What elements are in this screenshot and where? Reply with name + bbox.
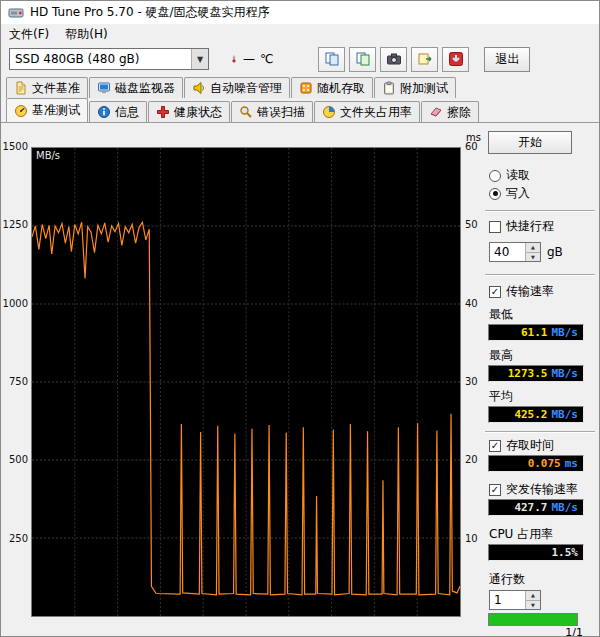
radio-icon: [489, 170, 501, 182]
separator: [485, 210, 595, 212]
burst-rate-value-box: 427.7 MB/s: [488, 499, 584, 516]
tab-error-scan[interactable]: 错误扫描: [231, 101, 313, 122]
access-time-unit: ms: [565, 457, 578, 470]
spin-up-icon[interactable]: ▲: [526, 243, 540, 252]
checkbox-icon: [489, 221, 501, 233]
checkbox-icon: [489, 484, 501, 496]
update-icon: [448, 51, 464, 67]
tab-label: 信息: [115, 104, 139, 121]
app-window: HD Tune Pro 5.70 - 硬盘/固态硬盘实用程序 文件(F)帮助(H…: [0, 0, 600, 637]
dice-icon: [299, 81, 313, 95]
access-time-checkbox[interactable]: 存取时间: [489, 438, 599, 453]
benchmark-line-chart: [32, 148, 460, 616]
tab-benchmark[interactable]: 基准测试: [6, 98, 88, 122]
tab-erase[interactable]: 擦除: [421, 101, 479, 122]
menu-file[interactable]: 文件(F): [1, 24, 57, 45]
thermometer-icon: [222, 51, 238, 67]
read-radio[interactable]: 读取: [489, 168, 599, 183]
avg-value-box: 425.2 MB/s: [488, 406, 584, 423]
menu-help[interactable]: 帮助(H): [57, 24, 115, 45]
avg-unit: MB/s: [552, 408, 579, 421]
drive-select[interactable]: SSD 480GB (480 gB) ▼: [9, 48, 209, 70]
tab-label: 擦除: [447, 104, 471, 121]
tab-health[interactable]: 健康状态: [148, 101, 230, 122]
tab-label: 自动噪音管理: [210, 80, 282, 97]
spinner-arrows: ▲ ▼: [525, 591, 540, 609]
progress-text: 1/1: [565, 626, 583, 637]
capture-screenshot-button[interactable]: [380, 47, 407, 72]
titlebar: HD Tune Pro 5.70 - 硬盘/固态硬盘实用程序: [1, 1, 599, 24]
access-time-value: 0.075: [528, 457, 561, 470]
read-radio-label: 读取: [506, 167, 530, 184]
spinner-arrows: ▲ ▼: [525, 243, 540, 261]
tab-random-access[interactable]: 随机存取: [291, 77, 373, 98]
save-screenshot-button[interactable]: [349, 47, 376, 72]
shortstroke-size-input[interactable]: 40 ▲ ▼: [489, 242, 541, 262]
min-unit: MB/s: [552, 326, 579, 339]
exit-button[interactable]: 退出: [484, 47, 530, 72]
burst-rate-unit: MB/s: [552, 501, 579, 514]
shortstroke-size-row: 40 ▲ ▼ gB: [489, 242, 599, 262]
tab-label: 文件夹占用率: [340, 104, 412, 121]
separator: [485, 274, 595, 276]
y-axis-tick-left: 1250: [1, 219, 28, 230]
temperature-unit: ℃: [260, 52, 273, 66]
pass-count-row: 1 ▲ ▼: [489, 590, 599, 610]
toolbar-buttons: [318, 47, 469, 72]
tab-file-benchmark[interactable]: 文件基准: [6, 77, 88, 98]
y-axis-tick-left: 1500: [1, 141, 28, 152]
pass-count-value: 1: [490, 591, 525, 609]
gauge-icon: [14, 104, 28, 118]
burst-rate-value: 427.7: [514, 501, 547, 514]
spin-up-icon[interactable]: ▲: [526, 591, 540, 600]
access-time-value-box: 0.075 ms: [488, 455, 584, 472]
write-radio[interactable]: 写入: [489, 186, 599, 201]
shortstroke-label: 快捷行程: [506, 218, 554, 235]
max-unit: MB/s: [552, 367, 579, 380]
cpu-usage-value-box: 1.5%: [488, 544, 584, 561]
start-button[interactable]: 开始: [488, 131, 572, 154]
control-panel: 开始 读取 写入 快捷行程 40 ▲ ▼: [483, 123, 599, 637]
copy-screenshot-button[interactable]: [318, 47, 345, 72]
tab-info[interactable]: 信息: [89, 101, 147, 122]
shortstroke-size-value: 40: [490, 243, 525, 261]
spin-down-icon[interactable]: ▼: [526, 600, 540, 610]
separator: [485, 431, 595, 433]
y-axis-unit-left: MB/s: [36, 150, 60, 161]
spin-down-icon[interactable]: ▼: [526, 252, 540, 262]
y-axis-tick-left: 500: [1, 454, 28, 465]
tab-row-upper: 文件基准磁盘监视器自动噪音管理随机存取附加测试: [1, 74, 599, 98]
page-icon: [14, 81, 28, 95]
export-results-button[interactable]: [411, 47, 438, 72]
tab-label: 基准测试: [32, 102, 80, 119]
tab-extra-tests[interactable]: 附加测试: [374, 77, 456, 98]
scan-icon: [239, 105, 253, 119]
check-update-button[interactable]: [442, 47, 469, 72]
chevron-down-icon[interactable]: ▼: [191, 49, 208, 69]
burst-rate-label: 突发传输速率: [506, 481, 578, 498]
tab-folder-usage[interactable]: 文件夹占用率: [314, 101, 420, 122]
transfer-checkbox[interactable]: 传输速率: [489, 284, 599, 299]
shortstroke-checkbox[interactable]: 快捷行程: [489, 219, 599, 234]
tab-label: 错误扫描: [257, 104, 305, 121]
tab-label: 磁盘监视器: [115, 80, 175, 97]
save-icon: [355, 51, 371, 67]
max-value-box: 1273.5 MB/s: [488, 365, 584, 382]
shortstroke-unit: gB: [547, 245, 563, 259]
y-axis-tick-left: 1000: [1, 298, 28, 309]
min-value-box: 61.1 MB/s: [488, 324, 584, 341]
chart-plot: MB/s: [31, 147, 461, 617]
max-label: 最高: [489, 347, 599, 364]
tab-aam[interactable]: 自动噪音管理: [184, 77, 290, 98]
pass-count-input[interactable]: 1 ▲ ▼: [489, 590, 541, 610]
burst-rate-checkbox[interactable]: 突发传输速率: [489, 482, 599, 497]
radio-icon: [489, 188, 501, 200]
clipboard-icon: [382, 81, 396, 95]
eraser-icon: [429, 105, 443, 119]
progress-bar-fill: [489, 614, 577, 625]
min-label: 最低: [489, 306, 599, 323]
temperature-value: —: [243, 52, 255, 66]
info-icon: [97, 105, 111, 119]
menubar: 文件(F)帮助(H): [1, 24, 599, 44]
tab-disk-monitor[interactable]: 磁盘监视器: [89, 77, 183, 98]
